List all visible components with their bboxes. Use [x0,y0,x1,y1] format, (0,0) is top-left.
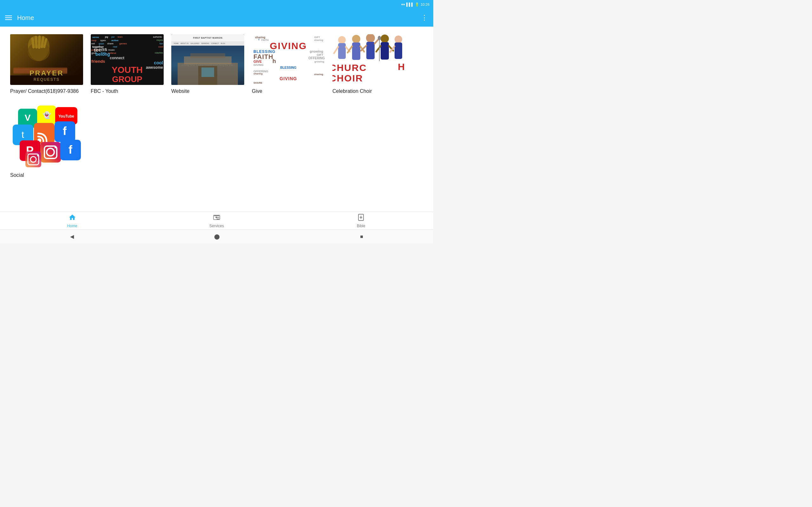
youth-card[interactable]: serve joy put learn authentic roup open … [91,34,164,95]
nav-bible-button[interactable]: Bible [289,214,433,228]
svg-line-17 [334,47,338,53]
bottom-nav: Home Services Bible [0,212,433,229]
svg-marker-61 [216,216,218,218]
svg-rect-20 [352,43,360,60]
website-card-label: Website [171,88,244,95]
svg-point-19 [352,35,360,43]
cards-row-2: V 👻 YouTube t [10,102,423,179]
prayer-hands-svg [10,34,67,69]
website-site-name: FIRST BAPTIST MARION [171,34,244,41]
svg-text:👻: 👻 [43,111,51,119]
svg-text:t: t [21,129,24,140]
social-card-image: V 👻 YouTube t [10,102,83,169]
status-icons: ▾▾ ▌▌▌ 🔋 10:26 [401,3,429,7]
social-cubes-svg: V 👻 YouTube t [10,102,83,169]
app-bar: Home ⋮ [0,9,433,26]
battery-icon: 🔋 [415,3,419,7]
content-area: PRAYER REQUESTS Prayer/ Contact(618)997-… [0,26,433,212]
svg-rect-32 [395,43,402,59]
home-nav-label: Home [67,224,78,228]
website-card[interactable]: FIRST BAPTIST MARION HOME ABOUT US GALLE… [171,34,244,95]
website-hero: Loving God, Loving Others and Living the… [171,46,244,85]
choir-card[interactable]: CHURC CHOIR H Celebration Choir [333,34,405,95]
svg-point-35 [378,36,381,40]
website-nav-bar: HOME ABOUT US GALLERIES SERMONS CONNECT … [171,41,244,46]
services-nav-icon [213,214,220,223]
cards-row-1: PRAYER REQUESTS Prayer/ Contact(618)997-… [10,34,423,95]
website-card-image: FIRST BAPTIST MARION HOME ABOUT US GALLE… [171,34,244,85]
svg-text:f: f [68,143,72,156]
svg-rect-14 [201,67,214,77]
nav-home-button[interactable]: Home [0,214,144,228]
svg-text:YouTube: YouTube [58,114,74,118]
services-nav-label: Services [209,224,224,228]
choir-card-label: Celebration Choir [333,88,405,95]
give-card[interactable]: GIVING sharing GIFT sharing T FAITH BLES… [252,34,325,95]
time-display: 10:26 [420,3,429,6]
social-card-label: Social [10,172,83,179]
wifi-icon: ▾▾ [401,3,405,7]
menu-button[interactable] [5,15,12,20]
prayer-card-label: Prayer/ Contact(618)997-9386 [10,88,83,95]
prayer-text: PRAYER REQUESTS [30,69,64,82]
svg-rect-24 [366,42,374,59]
back-button[interactable]: ◀ [70,233,74,239]
svg-rect-16 [338,43,346,59]
youth-word-cloud: serve joy put learn authentic roup open … [91,34,164,85]
svg-text:V: V [25,113,31,123]
social-card[interactable]: V 👻 YouTube t [10,102,83,179]
youth-card-label: FBC - Youth [91,88,164,95]
svg-point-15 [338,36,346,44]
status-bar: ▾▾ ▌▌▌ 🔋 10:26 [0,0,433,9]
church-building [171,53,244,85]
app-bar-left: Home [5,14,34,21]
recent-button[interactable]: ■ [360,234,363,239]
bible-nav-label: Bible [357,224,365,228]
svg-rect-28 [380,42,389,60]
svg-rect-50 [40,142,61,163]
bible-nav-icon [357,214,365,223]
give-word-cloud: GIVING sharing GIFT sharing T FAITH BLES… [252,34,325,85]
svg-point-53 [55,147,56,148]
svg-line-29 [376,46,380,52]
system-nav: ◀ ⬤ ■ [0,229,433,243]
choir-card-image: CHURC CHOIR H [333,34,405,85]
prayer-card-image: PRAYER REQUESTS [10,34,83,85]
svg-point-31 [395,36,402,43]
svg-point-23 [366,34,375,43]
overflow-menu-button[interactable]: ⋮ [421,14,428,22]
svg-point-27 [380,35,389,43]
signal-icon: ▌▌▌ [406,3,414,6]
svg-rect-12 [190,53,225,58]
svg-point-59 [37,155,39,156]
svg-text:f: f [63,124,67,137]
give-card-label: Give [252,88,325,95]
nav-services-button[interactable]: Services [144,214,289,228]
app-bar-title: Home [17,14,34,21]
give-card-image: GIVING sharing GIFT sharing T FAITH BLES… [252,34,325,85]
svg-rect-5 [38,36,41,49]
home-nav-icon [68,214,76,223]
home-button[interactable]: ⬤ [214,233,220,239]
youth-card-image: serve joy put learn authentic roup open … [91,34,164,85]
prayer-card[interactable]: PRAYER REQUESTS Prayer/ Contact(618)997-… [10,34,83,95]
